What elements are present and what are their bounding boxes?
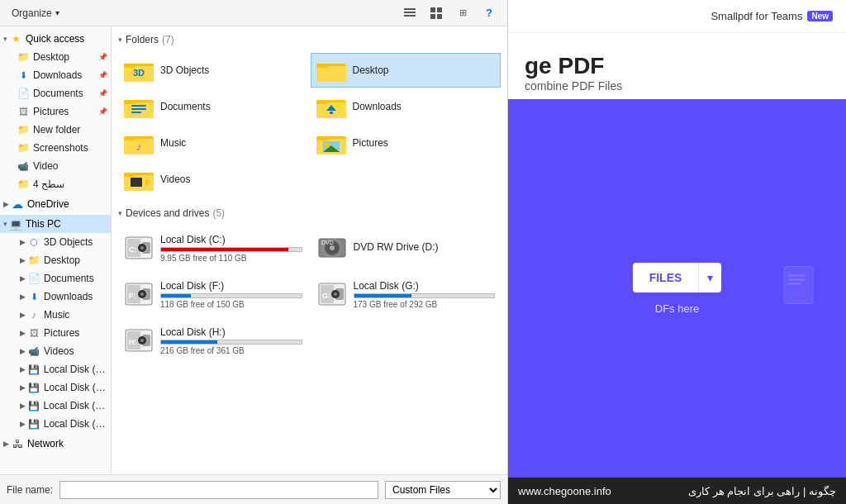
quick-access-section[interactable]: ▾ ★ Quick access (0, 30, 111, 48)
upload-files-button[interactable]: FILES (633, 263, 699, 292)
svg-point-68 (140, 339, 144, 342)
nav-item-pictures-qa[interactable]: 🖼 Pictures 📌 (0, 102, 111, 121)
device-item-d[interactable]: DVD DVD RW Drive (D:) (311, 226, 501, 269)
onedrive-section[interactable]: ▶ ☁ OneDrive (0, 195, 111, 213)
downloads-pc-arrow: ▶ (20, 292, 26, 301)
device-bar-c (161, 248, 288, 251)
folder-name-documents: Documents (160, 101, 211, 112)
svg-point-56 (140, 292, 144, 296)
right-content: ge PDF combine PDF Files FILES ▾ (508, 33, 846, 478)
dvd-svg-d: DVD (317, 235, 347, 260)
svg-text:F:: F: (129, 292, 136, 300)
nav-item-music-pc[interactable]: ▶ ♪ Music (0, 306, 111, 324)
filename-input[interactable] (59, 481, 378, 499)
network-label: Network (27, 438, 64, 449)
folder-icon-desktop (316, 57, 346, 83)
nav-label-music-pc: Music (44, 309, 69, 321)
folder-item-desktop[interactable]: Desktop (311, 53, 501, 88)
nav-item-screenshots-qa[interactable]: 📁 Screenshots (0, 139, 111, 157)
upload-chevron-button[interactable]: ▾ (698, 263, 721, 292)
purple-section: FILES ▾ DFs here (508, 99, 846, 478)
nav-pane: ▾ ★ Quick access 📁 Desktop 📌 ⬇ Downloads… (0, 26, 112, 474)
nav-item-3dobjects[interactable]: ▶ ⬡ 3D Objects (0, 233, 111, 251)
nav-item-disk-f[interactable]: ▶ 💾 Local Disk (F:) (0, 378, 111, 397)
svg-text:G:: G: (322, 292, 330, 300)
nav-item-downloads-qa[interactable]: ⬇ Downloads 📌 (0, 66, 111, 84)
device-item-c[interactable]: C: Local Disk (C:) 9.95 GB free of 110 G… (118, 226, 308, 269)
view-list-button[interactable] (398, 3, 421, 23)
pictures-pc-arrow: ▶ (20, 329, 26, 337)
right-top-bar: Smallpdf for Teams New (508, 0, 846, 33)
nav-item-documents-pc[interactable]: ▶ 📄 Documents (0, 269, 111, 288)
device-info-f: Local Disk (F:) 118 GB free of 150 GB (160, 280, 302, 309)
nav-label-pictures-qa: Pictures (33, 106, 69, 117)
nav-item-pictures-pc[interactable]: ▶ 🖼 Pictures (0, 324, 111, 342)
nav-item-downloads-pc[interactable]: ▶ ⬇ Downloads (0, 288, 111, 306)
website-bar: www.chegoone.info چگونه | راهی برای انجا… (508, 478, 846, 504)
device-item-h[interactable]: H: Local Disk (H:) 216 GB free of 361 GB (118, 319, 308, 362)
svg-rect-20 (131, 112, 141, 113)
nav-label-pictures-pc: Pictures (44, 327, 79, 339)
device-name-g: Local Disk (G:) (354, 280, 496, 292)
nav-item-video-qa[interactable]: 📹 Video (0, 157, 111, 175)
hdd-svg-f: F: (124, 282, 154, 307)
folder-icon-downloads (316, 93, 346, 120)
view-toggle-button[interactable]: ⊞ (451, 3, 474, 23)
filetype-select[interactable]: Custom Files All Files PDF Files (385, 481, 501, 499)
nav-label-desktop-pc: Desktop (44, 254, 80, 266)
screenshots-icon: 📁 (17, 141, 30, 155)
svg-text:H:: H: (129, 338, 137, 346)
downloads-icon: ⬇ (17, 69, 30, 82)
folders-count: (7) (162, 34, 174, 45)
nav-item-newfolder-qa[interactable]: 📁 New folder (0, 121, 111, 139)
svg-rect-28 (124, 136, 135, 140)
nav-item-desktop-qa[interactable]: 📁 Desktop 📌 (0, 48, 111, 66)
folder-icon-videos (124, 166, 154, 193)
folders-section-header[interactable]: ▾ Folders (7) (118, 30, 501, 50)
nav-label-documents-qa: Documents (33, 88, 83, 99)
folder-icon-music: ♪ (124, 130, 154, 156)
nav-item-videos-pc[interactable]: ▶ 📹 Videos (0, 342, 111, 360)
nav-item-disk-g[interactable]: ▶ 💾 Local Disk (G:) (0, 397, 111, 415)
folder-icon-documents (124, 93, 154, 120)
nav-label-documents-pc: Documents (44, 273, 94, 284)
pin-icon-downloads: 📌 (98, 71, 107, 79)
device-free-h: 216 GB free of 361 GB (160, 346, 302, 355)
nav-item-disk-h[interactable]: ▶ 💾 Local Disk (H:) (0, 415, 111, 433)
device-bar-container-g (354, 293, 496, 298)
device-item-g[interactable]: G: Local Disk (G:) 173 GB free of 292 GB (311, 273, 501, 316)
this-pc-section[interactable]: ▾ 💻 This PC (0, 215, 111, 233)
organize-button[interactable]: Organize ▾ (7, 6, 64, 21)
svg-text:♪: ♪ (136, 140, 142, 153)
hdd-svg-h: H: (124, 328, 154, 353)
folder-item-documents[interactable]: Documents (118, 89, 309, 124)
device-item-f[interactable]: F: Local Disk (F:) 118 GB free of 150 GB (118, 273, 308, 316)
folder-item-pictures[interactable]: Pictures (311, 126, 501, 160)
nav-item-desktop-pc[interactable]: ▶ 📁 Desktop (0, 251, 111, 269)
svg-point-45 (140, 246, 144, 250)
documents-icon: 📄 (17, 87, 30, 100)
device-free-f: 118 GB free of 150 GB (160, 300, 302, 309)
view-icons-button[interactable] (425, 3, 448, 23)
devices-grid: C: Local Disk (C:) 9.95 GB free of 110 G… (118, 226, 501, 362)
nav-item-arabic-qa[interactable]: 📁 سطح 4 (0, 175, 111, 193)
folder-item-downloads[interactable]: Downloads (311, 89, 501, 124)
drop-text-content: DFs here (655, 302, 699, 315)
help-button[interactable]: ? (478, 3, 501, 23)
nav-label-disk-c: Local Disk (C:) (44, 364, 107, 375)
folders-title: Folders (126, 34, 159, 45)
folder-item-music[interactable]: ♪ Music (118, 126, 309, 160)
folder-name-desktop: Desktop (353, 64, 389, 76)
folder-item-videos[interactable]: Videos (118, 162, 309, 197)
network-section[interactable]: ▶ 🖧 Network (0, 435, 111, 453)
svg-rect-38 (124, 173, 135, 177)
devices-section-header[interactable]: ▾ Devices and drives (5) (118, 203, 501, 223)
nav-item-disk-c[interactable]: ▶ 💾 Local Disk (C:) (0, 360, 111, 378)
organize-chevron: ▾ (55, 8, 59, 17)
device-info-c: Local Disk (C:) 9.95 GB free of 110 GB (160, 234, 302, 263)
svg-rect-25 (330, 112, 333, 114)
nav-label-video-qa: Video (33, 160, 58, 172)
folder-item-3dobjects[interactable]: 3D 3D Objects (118, 53, 309, 88)
nav-item-documents-qa[interactable]: 📄 Documents 📌 (0, 84, 111, 102)
pin-icon-documents: 📌 (98, 89, 107, 97)
